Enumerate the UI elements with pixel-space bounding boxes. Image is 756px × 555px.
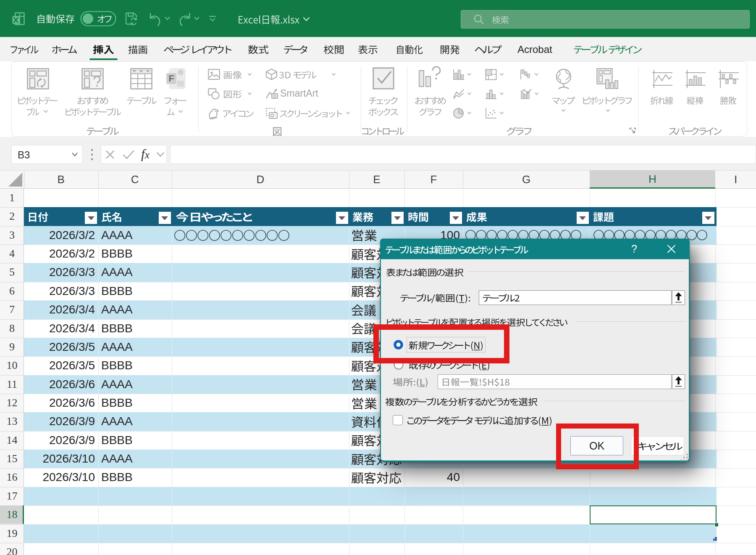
svg-text:F: F xyxy=(168,73,174,84)
